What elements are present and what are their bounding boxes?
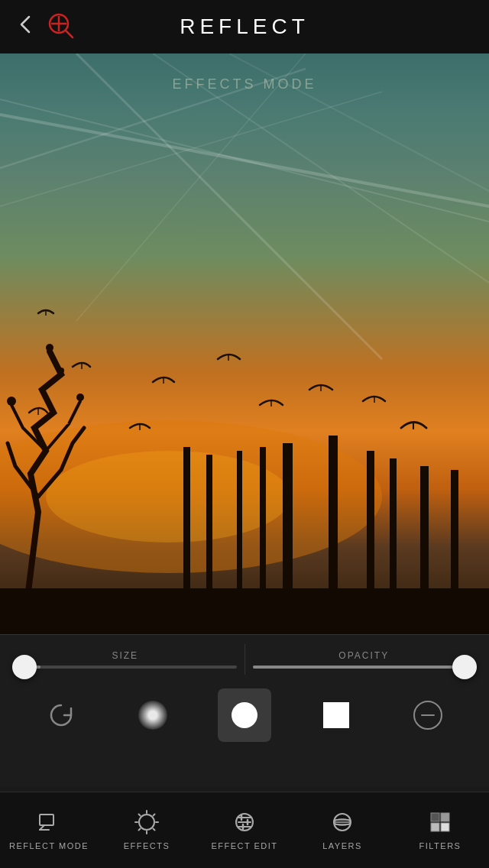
svg-rect-55 (441, 823, 449, 831)
nav-item-layers[interactable]: LAYERS (293, 792, 391, 868)
svg-line-9 (229, 53, 489, 191)
nav-item-effects[interactable]: EFFECTS (98, 792, 196, 868)
layers-icon (330, 810, 355, 837)
nav-item-reflect[interactable]: REFLECT MODE (0, 792, 98, 868)
reset-button[interactable] (34, 688, 88, 742)
svg-rect-54 (431, 823, 439, 831)
reflect-mode-icon (37, 810, 61, 837)
svg-rect-22 (451, 470, 458, 634)
svg-line-8 (0, 69, 306, 168)
svg-rect-24 (260, 447, 266, 634)
square-brush-button[interactable] (309, 688, 363, 742)
hard-brush-icon (232, 702, 257, 728)
svg-line-38 (154, 815, 155, 816)
search-zoom-icon[interactable] (46, 11, 75, 43)
nav-label-effect-edit: EFFECT EDIT (211, 841, 277, 850)
nav-label-filters: FILTERS (419, 841, 461, 850)
filters-icon (428, 810, 452, 837)
effects-mode-label: EFFECTS MODE (172, 76, 316, 92)
back-button[interactable] (15, 14, 37, 40)
svg-rect-52 (431, 813, 439, 821)
svg-line-36 (139, 815, 141, 816)
opacity-slider-thumb[interactable] (452, 655, 477, 679)
svg-line-39 (139, 829, 141, 831)
svg-rect-29 (40, 815, 53, 825)
controls-panel: SIZE OPACITY (0, 634, 489, 787)
svg-rect-18 (329, 436, 338, 634)
size-slider-group: SIZE (14, 650, 237, 669)
svg-point-16 (46, 344, 53, 351)
slider-divider (244, 644, 245, 675)
svg-point-15 (76, 394, 84, 401)
svg-point-31 (139, 815, 154, 830)
square-brush-icon (323, 702, 349, 728)
soft-brush-icon (138, 701, 167, 730)
sliders-row: SIZE OPACITY (0, 635, 489, 675)
svg-rect-53 (441, 813, 449, 821)
app-title: REFLECT (180, 15, 309, 39)
svg-rect-19 (367, 451, 374, 634)
svg-point-14 (7, 397, 16, 406)
svg-rect-26 (206, 455, 212, 634)
size-label: SIZE (112, 650, 138, 661)
svg-rect-21 (420, 466, 429, 634)
erase-button[interactable] (401, 688, 455, 742)
svg-line-5 (0, 99, 489, 222)
nav-label-reflect: REFLECT MODE (9, 841, 89, 850)
svg-rect-28 (0, 588, 489, 634)
svg-line-4 (0, 115, 489, 206)
opacity-slider-track[interactable] (253, 666, 476, 669)
bottom-nav: REFLECT MODE EFFECTS (0, 792, 489, 868)
nav-label-layers: LAYERS (322, 841, 362, 850)
svg-line-11 (76, 53, 306, 321)
nav-item-filters[interactable]: FILTERS (391, 792, 489, 868)
svg-line-3 (66, 31, 73, 37)
opacity-label: OPACITY (338, 650, 389, 661)
effects-icon (134, 810, 159, 837)
svg-line-10 (0, 92, 382, 206)
size-slider-track[interactable] (14, 666, 237, 669)
app-header: REFLECT (0, 0, 489, 53)
soft-brush-button[interactable] (126, 688, 180, 742)
nav-label-effects: EFFECTS (124, 841, 170, 850)
photo-canvas[interactable]: EFFECTS MODE (0, 53, 489, 634)
size-slider-thumb[interactable] (12, 655, 37, 679)
svg-line-7 (153, 53, 489, 283)
opacity-slider-group: OPACITY (253, 650, 476, 669)
svg-point-13 (46, 451, 290, 542)
nav-item-effect-edit[interactable]: EFFECT EDIT (196, 792, 293, 868)
svg-rect-23 (283, 443, 293, 634)
svg-line-37 (154, 829, 155, 831)
svg-rect-27 (183, 447, 190, 634)
brush-shapes-row (0, 678, 489, 753)
hard-brush-button[interactable] (218, 688, 271, 742)
effect-edit-icon (232, 810, 257, 837)
svg-line-6 (76, 53, 382, 359)
svg-rect-25 (237, 451, 242, 634)
svg-point-12 (0, 420, 382, 573)
svg-point-17 (58, 368, 64, 374)
svg-rect-20 (390, 458, 397, 634)
minus-icon (413, 701, 442, 730)
